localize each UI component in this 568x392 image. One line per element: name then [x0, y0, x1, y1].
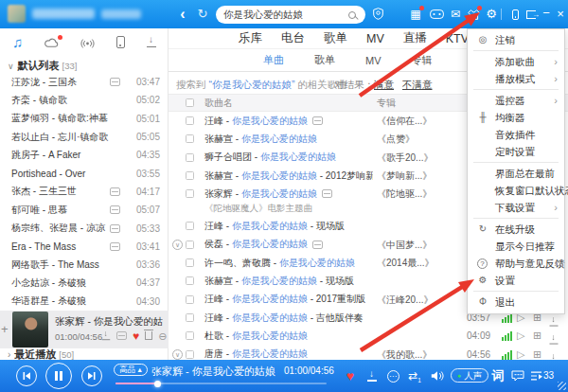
player-favorite-icon[interactable]: ♥ — [343, 360, 358, 392]
list-item[interactable]: 若以止白 - 忘川·镇命歌 05:05 — [0, 128, 169, 146]
row-checkbox[interactable] — [186, 295, 194, 304]
table-row[interactable]: 杜歌 - 你是我心爱的姑娘 04:09 ▷ ⊞ — [169, 327, 568, 345]
album-link[interactable]: 《歌手20...》 — [377, 149, 433, 167]
list-item[interactable]: 齐栾 - 镇命歌 05:02 — [0, 91, 169, 109]
song-link[interactable]: 张赫宣 - 你是我心爱的姑娘 - 2012梦响新歌声第一季... — [204, 169, 373, 183]
menu-item[interactable]: 音效插件 — [468, 126, 564, 143]
row-play-icon[interactable]: ▷ — [517, 346, 524, 360]
song-link[interactable]: 杜歌 - 你是我心爱的姑娘 — [204, 330, 308, 343]
row-checkbox[interactable] — [186, 116, 194, 125]
add-icon[interactable]: + — [1, 322, 9, 336]
menu-item[interactable]: 恢复窗口默认状态 — [468, 182, 564, 199]
nav-tab[interactable]: 歌单 — [324, 30, 347, 46]
album-link[interactable]: 《汪峰20...》 — [377, 291, 433, 309]
menu-item[interactable]: ◎ 注销 — [468, 31, 564, 48]
quality-selector[interactable]: 高品 ▴ — [114, 364, 148, 376]
tab-sub[interactable]: 歌单 — [314, 53, 335, 67]
row-checkbox[interactable] — [186, 171, 194, 180]
mv-icon[interactable] — [312, 241, 323, 249]
row-checkbox[interactable] — [186, 153, 194, 162]
album-link[interactable]: 《点赞》 — [377, 130, 415, 148]
progress-bar[interactable] — [115, 383, 327, 384]
download-icon[interactable] — [102, 331, 111, 340]
album-link[interactable]: 《信仰在...》 — [377, 112, 432, 130]
minimize-button[interactable]: − — [540, 0, 553, 27]
tab-sub[interactable]: MV — [365, 55, 382, 66]
now-playing-card[interactable]: + 张家辉 - 你是我心爱的姑娘 01:00/04:56 ♥ ⊖ — [0, 311, 169, 348]
mv-icon[interactable] — [110, 78, 120, 86]
row-checkbox[interactable] — [186, 276, 194, 285]
list-item[interactable]: Era - The Mass 03:41 — [0, 238, 169, 256]
menu-item[interactable]: 界面总在最前 — [468, 165, 564, 182]
table-row[interactable]: 唐唐 - 你是我心爱的姑娘 《我的歌...》 04:56 ▷ ⊞ — [169, 346, 568, 360]
mv-icon[interactable] — [110, 187, 120, 196]
next-button[interactable] — [81, 365, 102, 386]
row-checkbox[interactable] — [186, 134, 194, 143]
search-box[interactable]: 你是我心爱的姑娘 — [216, 6, 365, 24]
song-link[interactable]: 汪峰 - 你是我心爱的姑娘 - 吉他版伴奏 — [204, 312, 364, 325]
favorite-heart-icon[interactable]: ♥ — [133, 331, 139, 341]
player-download-icon[interactable] — [366, 360, 378, 392]
phone-mode-icon[interactable] — [509, 0, 521, 28]
menu-item[interactable]: ? 帮助与意见反馈 › — [468, 255, 564, 272]
menu-item[interactable]: 下载设置 › — [468, 199, 564, 216]
comments-icon[interactable] — [510, 360, 525, 392]
refresh-button[interactable]: ↻ — [195, 0, 210, 28]
recent-played-header[interactable]: ›最近播放[50] — [0, 348, 169, 360]
song-link[interactable]: 汪峰 - 你是我心爱的姑娘 - 现场版 — [204, 220, 345, 233]
nav-tab[interactable]: 乐库 — [239, 30, 262, 46]
row-add-icon[interactable]: ⊞ — [533, 346, 541, 360]
mv-icon[interactable] — [110, 205, 120, 214]
feedback-yes-link[interactable]: 满意 — [374, 79, 394, 90]
previous-button[interactable] — [16, 365, 37, 386]
close-button[interactable]: × — [554, 0, 567, 28]
player-song-title[interactable]: 张家辉 - 你是我心爱的姑娘 — [151, 365, 276, 379]
list-item[interactable]: 郁可唯 - 思慕 05:07 — [0, 201, 169, 219]
list-item[interactable]: 汪苏泷 - 三国杀 03:47 — [0, 73, 169, 91]
menu-item[interactable]: ⚙ 设置 — [468, 272, 564, 289]
game-icon[interactable] — [428, 0, 445, 28]
list-item[interactable]: Portishead - Over 03:55 — [0, 164, 169, 182]
song-link[interactable]: 许一鸣、萧敬腾 - 你是我心爱的姑娘 — [204, 257, 355, 270]
nav-tab[interactable]: 电台 — [281, 30, 305, 46]
song-link[interactable]: 唐唐 - 你是我心爱的姑娘 — [204, 347, 308, 360]
list-item[interactable]: 网络歌手 - The Mass 03:36 — [0, 256, 169, 274]
playlist-icon[interactable] — [528, 360, 543, 392]
row-checkbox[interactable] — [186, 241, 194, 249]
row-checkbox[interactable] — [186, 331, 194, 340]
album-link[interactable]: 《我的歌...》 — [377, 346, 432, 360]
radio-tab-icon[interactable] — [80, 38, 95, 48]
local-music-tab-icon[interactable]: ♫ — [12, 36, 23, 49]
row-play-icon[interactable]: ▷ — [517, 327, 524, 345]
menu-item[interactable]: 显示今日推荐 — [468, 238, 564, 255]
nav-tab[interactable]: KTV — [446, 32, 469, 45]
row-download-icon[interactable] — [550, 350, 559, 360]
mv-icon[interactable] — [312, 116, 323, 125]
volume-icon[interactable] — [430, 360, 445, 392]
now-playing-avatar[interactable] — [12, 312, 48, 347]
skin-icon[interactable] — [466, 0, 481, 28]
song-link[interactable]: 汪峰 - 你是我心爱的姑娘 — [204, 115, 308, 128]
vocal-mode-toggle[interactable]: ●人声 — [451, 368, 488, 383]
expand-circle-icon[interactable] — [172, 240, 183, 250]
menu-item[interactable]: 添加歌曲 › — [468, 53, 564, 70]
expand-icon[interactable]: › — [8, 349, 10, 360]
list-item[interactable]: 杨宗纬、张碧晨 - 凉凉 05:33 — [0, 219, 169, 237]
search-input[interactable]: 你是我心爱的姑娘 — [223, 9, 348, 22]
pause-button[interactable] — [45, 363, 72, 389]
row-checkbox[interactable] — [186, 258, 194, 267]
mv-icon[interactable] — [116, 331, 127, 340]
download-tab-icon[interactable] — [147, 36, 156, 49]
more-icon[interactable]: ⊖ — [158, 331, 167, 341]
delete-icon[interactable] — [145, 331, 152, 340]
row-checkbox[interactable] — [186, 222, 194, 230]
player-more-icon[interactable]: ⋯ — [386, 360, 399, 392]
list-item[interactable]: 张杰 - 三生三世 04:17 — [0, 183, 169, 201]
menu-item[interactable]: Φ 退出 — [468, 294, 564, 311]
settings-gear-icon[interactable]: ⚙ — [484, 0, 499, 28]
song-link[interactable]: 张赫宣 - 你是我心爱的姑娘 — [204, 133, 317, 146]
song-link[interactable]: 侯磊 - 你是我心爱的姑娘 — [204, 238, 308, 251]
tab-sub[interactable]: 单曲 — [263, 53, 284, 67]
mv-icon[interactable] — [110, 242, 120, 251]
list-item[interactable]: 华语群星 - 杀破狼 04:30 — [0, 293, 169, 311]
